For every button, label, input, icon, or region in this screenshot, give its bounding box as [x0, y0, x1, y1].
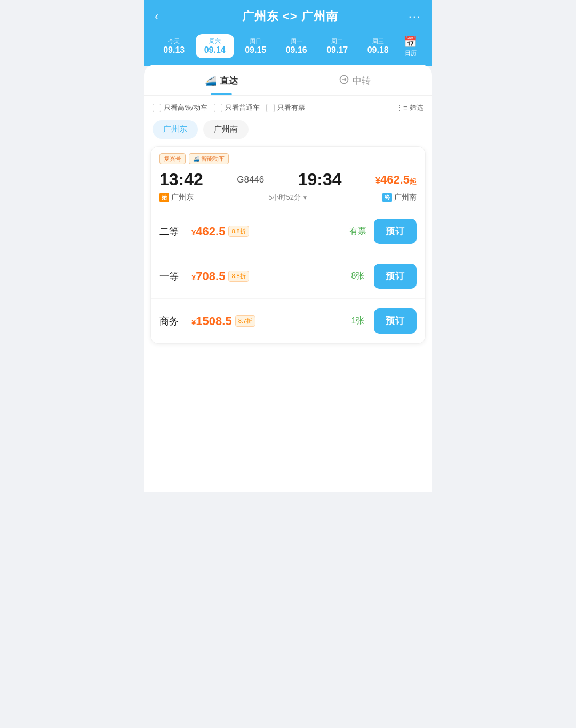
seat-rows: 二等 ¥462.5 8.8折 有票 预订 一等 ¥708.5 8.8折 8张 预…: [151, 209, 425, 343]
train-icon: 🚄: [205, 75, 217, 87]
seat-class-0: 二等: [159, 225, 191, 238]
train-tags: 复兴号 🚄 智能动车: [159, 153, 417, 164]
duration-text: 5小时52分: [268, 193, 301, 202]
discount-badge-2: 8.7折: [235, 315, 255, 327]
tag-smart: 🚄 智能动车: [189, 153, 229, 164]
tab-direct[interactable]: 🚄 直达: [155, 65, 288, 95]
tag-fuxing: 复兴号: [159, 153, 186, 164]
book-button-2[interactable]: 预订: [374, 308, 417, 334]
calendar-icon: 📅: [404, 35, 417, 48]
filter-highspeed-label: 只看高铁/动车: [164, 103, 207, 113]
seat-price-area-2: ¥1508.5 8.7折: [191, 314, 342, 328]
filter-highspeed[interactable]: 只看高铁/动车: [153, 103, 207, 113]
main-content: 🚄 直达 中转 只看高铁/动车 只看普通车 只看有票 ⋮≡: [144, 65, 432, 492]
depart-time: 13:42: [159, 170, 203, 189]
tab-bar: 🚄 直达 中转: [144, 65, 432, 96]
page-title: 广州东 <> 广州南: [242, 9, 338, 25]
filter-button[interactable]: ⋮≡ 筛选: [396, 103, 423, 113]
dest-station-name: 广州南: [394, 193, 417, 202]
filter-btn-label: 筛选: [410, 103, 423, 113]
date-item-0916[interactable]: 周一09.16: [277, 34, 316, 58]
station-tab-dest[interactable]: 广州南: [203, 120, 249, 139]
train-number: G8446: [237, 175, 264, 185]
header-price: ¥462.5起: [375, 173, 417, 187]
tab-transfer-label: 中转: [353, 75, 371, 87]
train-main-info: 13:42 G8446 19:34 ¥462.5起: [159, 170, 417, 189]
seat-price-1: ¥708.5: [191, 270, 225, 283]
header-top: ‹ 广州东 <> 广州南 ···: [155, 9, 421, 25]
seat-class-2: 商务: [159, 315, 191, 328]
header: ‹ 广州东 <> 广州南 ··· 今天09.13周六09.14周日09.15周一…: [144, 0, 432, 66]
checkbox-available[interactable]: [266, 104, 275, 112]
transfer-icon: [339, 74, 349, 88]
filter-available-label: 只看有票: [277, 103, 305, 113]
filter-normal-label: 只看普通车: [225, 103, 260, 113]
book-button-0[interactable]: 预订: [374, 219, 417, 244]
date-item-0917[interactable]: 周二09.17: [318, 34, 357, 58]
filter-available[interactable]: 只看有票: [266, 103, 305, 113]
origin-station: 始 广州东: [159, 193, 194, 202]
seat-price-2: ¥1508.5: [191, 314, 232, 328]
seat-row-1: 一等 ¥708.5 8.8折 8张 预订: [151, 254, 425, 299]
origin-badge: 始: [159, 193, 169, 202]
train-sub-info: 始 广州东 5小时52分 ▼ 终 广州南: [159, 193, 417, 209]
seat-row-0: 二等 ¥462.5 8.8折 有票 预订: [151, 209, 425, 254]
seat-price-area-0: ¥462.5 8.8折: [191, 225, 342, 239]
smart-icon: 🚄: [193, 156, 199, 162]
tab-direct-label: 直达: [220, 75, 238, 87]
tag-smart-label: 智能动车: [201, 155, 225, 163]
discount-badge-1: 8.8折: [228, 271, 249, 282]
date-item-0918[interactable]: 周三09.18: [359, 34, 398, 58]
header-price-value: 462.5: [380, 173, 410, 186]
seat-availability-2: 1张: [342, 315, 374, 327]
more-button[interactable]: ···: [409, 10, 421, 23]
origin-station-name: 广州东: [171, 193, 194, 202]
book-button-1[interactable]: 预订: [374, 264, 417, 289]
seat-availability-0: 有票: [342, 226, 374, 237]
back-button[interactable]: ‹: [155, 10, 172, 23]
dest-station: 终 广州南: [382, 193, 417, 202]
discount-badge-0: 8.8折: [228, 226, 249, 237]
calendar-button[interactable]: 📅 日历: [399, 33, 421, 59]
currency-symbol: ¥: [375, 176, 380, 185]
seat-availability-1: 8张: [342, 271, 374, 282]
filter-bar: 只看高铁/动车 只看普通车 只看有票 ⋮≡ 筛选: [144, 96, 432, 120]
seat-price-0: ¥462.5: [191, 225, 225, 239]
filter-normal[interactable]: 只看普通车: [214, 103, 260, 113]
checkbox-highspeed[interactable]: [153, 104, 161, 112]
tab-transfer[interactable]: 中转: [288, 65, 421, 95]
station-tab-origin[interactable]: 广州东: [153, 120, 198, 139]
arrive-time: 19:34: [298, 170, 342, 189]
date-item-0915[interactable]: 周日09.15: [236, 34, 275, 58]
calendar-label: 日历: [405, 49, 417, 57]
seat-row-2: 商务 ¥1508.5 8.7折 1张 预订: [151, 299, 425, 343]
date-item-0913[interactable]: 今天09.13: [155, 34, 194, 58]
duration-info[interactable]: 5小时52分 ▼: [268, 193, 308, 202]
price-suffix: 起: [410, 177, 417, 185]
filter-icon: ⋮≡: [396, 104, 407, 112]
duration-arrow-icon: ▼: [302, 195, 308, 201]
date-item-0914[interactable]: 周六09.14: [196, 34, 235, 58]
train-card-header: 复兴号 🚄 智能动车 13:42 G8446 19:34 ¥462.5起 始 广…: [151, 147, 425, 209]
train-card: 复兴号 🚄 智能动车 13:42 G8446 19:34 ¥462.5起 始 广…: [150, 146, 426, 344]
seat-class-1: 一等: [159, 270, 191, 283]
seat-price-area-1: ¥708.5 8.8折: [191, 270, 342, 283]
station-tabs: 广州东 广州南: [144, 120, 432, 146]
checkbox-normal[interactable]: [214, 104, 222, 112]
date-selector: 今天09.13周六09.14周日09.15周一09.16周二09.17周三09.…: [155, 33, 421, 66]
dest-badge: 终: [382, 193, 392, 202]
